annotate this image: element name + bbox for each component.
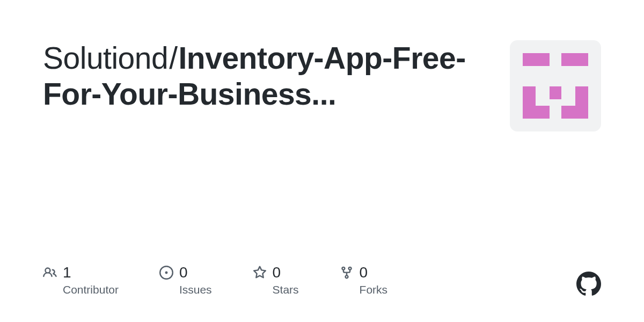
stat-forks[interactable]: 0 Forks xyxy=(340,264,388,296)
header-row: Solutiond/Inventory-App-Free-For-Your-Bu… xyxy=(43,40,601,131)
repo-card: Solutiond/Inventory-App-Free-For-Your-Bu… xyxy=(0,0,644,322)
contributors-count: 1 xyxy=(63,264,71,281)
slash-separator: / xyxy=(169,41,177,75)
repo-avatar[interactable] xyxy=(510,40,601,131)
issue-icon xyxy=(159,266,173,280)
people-icon xyxy=(43,266,57,280)
svg-rect-6 xyxy=(550,86,561,99)
repo-title[interactable]: Solutiond/Inventory-App-Free-For-Your-Bu… xyxy=(43,40,488,113)
stat-stars[interactable]: 0 Stars xyxy=(253,264,299,296)
issues-label: Issues xyxy=(179,283,212,296)
issues-count: 0 xyxy=(179,264,188,281)
stat-issues[interactable]: 0 Issues xyxy=(159,264,212,296)
github-logo-icon[interactable] xyxy=(576,272,601,296)
repo-owner: Solutiond xyxy=(43,41,168,75)
stats-row: 1 Contributor 0 Issues 0 Stars xyxy=(43,264,387,296)
stat-contributors[interactable]: 1 Contributor xyxy=(43,264,119,296)
fork-icon xyxy=(340,266,354,280)
svg-rect-1 xyxy=(561,53,588,66)
identicon-icon xyxy=(510,40,601,131)
contributors-label: Contributor xyxy=(63,283,119,296)
forks-label: Forks xyxy=(360,283,388,296)
stars-label: Stars xyxy=(273,283,299,296)
svg-rect-0 xyxy=(523,53,550,66)
stars-count: 0 xyxy=(273,264,281,281)
svg-rect-3 xyxy=(523,106,550,119)
star-icon xyxy=(253,266,267,280)
svg-rect-5 xyxy=(561,106,588,119)
forks-count: 0 xyxy=(360,264,368,281)
